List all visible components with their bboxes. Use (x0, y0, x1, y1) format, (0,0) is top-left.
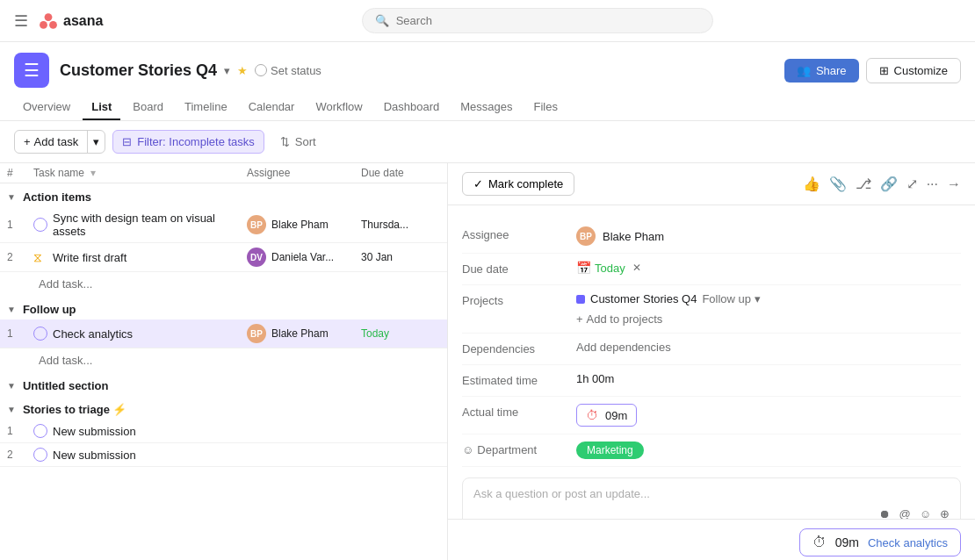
task-name: ⧖ Write first draft (33, 250, 247, 264)
more-options-icon[interactable]: ··· (927, 176, 938, 192)
tab-dashboard[interactable]: Dashboard (375, 95, 449, 120)
tab-files[interactable]: Files (525, 95, 567, 120)
add-task-main[interactable]: + Add task (15, 131, 87, 153)
task-num: 1 (7, 425, 33, 437)
circle-check-icon[interactable] (33, 424, 47, 438)
section-follow-up[interactable]: ▼ Follow up (0, 296, 447, 319)
due-date: Thursda... (361, 219, 440, 231)
table-row[interactable]: 1 Sync with design team on visual assets… (0, 207, 447, 243)
close-panel-icon[interactable]: → (947, 176, 961, 192)
estimated-time-text[interactable]: 1h 00m (576, 372, 614, 385)
due-date: Today (361, 327, 440, 340)
more-icon[interactable]: ⊕ (940, 507, 950, 519)
svg-point-1 (40, 21, 47, 29)
assignee-cell: BP Blake Pham (247, 324, 361, 343)
avatar: BP (247, 324, 266, 343)
project-section-badge[interactable]: Follow up ▾ (702, 292, 761, 305)
search-input[interactable] (396, 14, 700, 27)
star-icon[interactable]: ★ (237, 64, 248, 77)
hamburger-icon[interactable]: ☰ (14, 11, 28, 31)
customize-icon: ⊞ (879, 64, 889, 77)
expand-icon[interactable]: ⤢ (906, 176, 918, 192)
add-task-dropdown[interactable]: ▾ (87, 131, 105, 153)
dept-value: Marketing (576, 442, 961, 459)
comment-box[interactable]: Ask a question or post an update... ⏺ @ … (462, 477, 961, 519)
svg-point-0 (45, 13, 53, 21)
due-date-value: 📅 Today ✕ (576, 261, 961, 275)
link-icon[interactable]: 🔗 (880, 176, 898, 192)
circle-check-icon[interactable] (33, 448, 47, 462)
chevron-down-icon[interactable]: ▾ (224, 64, 230, 77)
set-status-button[interactable]: Set status (255, 64, 321, 77)
section-title-untitled: Untitled section (23, 379, 109, 392)
table-row[interactable]: 2 New submission (0, 443, 447, 467)
timer-bar-task-name[interactable]: Check analytics (868, 536, 948, 549)
task-num: 1 (7, 219, 33, 231)
tab-list[interactable]: List (83, 95, 120, 120)
sort-label: Sort (295, 135, 316, 148)
branch-icon[interactable]: ⎇ (856, 176, 871, 192)
hourglass-icon: ⧖ (33, 250, 47, 264)
add-task-inline-follow-up[interactable]: Add task... (0, 348, 447, 372)
col-num: # (7, 167, 33, 179)
dept-tag[interactable]: Marketing (576, 442, 644, 459)
timer-bar[interactable]: ⏱ 09m Check analytics (799, 528, 961, 556)
project-color-dot (576, 295, 585, 304)
project-tag[interactable]: Customer Stories Q4 Follow up ▾ (576, 292, 761, 305)
customize-button[interactable]: ⊞ Customize (866, 58, 961, 83)
table-row[interactable]: 1 Check analytics BP Blake Pham Today (0, 319, 447, 348)
table-row[interactable]: 1 New submission (0, 420, 447, 443)
asana-logo-text: asana (63, 13, 103, 29)
asana-logo: asana (39, 11, 103, 31)
avatar[interactable]: BP (576, 226, 596, 246)
mention-icon[interactable]: @ (899, 507, 911, 519)
add-to-projects-button[interactable]: + Add to projects (576, 312, 662, 326)
actual-time-value: ⏱ 09m (576, 404, 961, 427)
dependencies-label: Dependencies (462, 341, 576, 355)
actual-time-box[interactable]: ⏱ 09m (576, 404, 637, 427)
svg-point-2 (49, 21, 57, 29)
section-arrow-icon: ▼ (7, 381, 16, 391)
detail-dept-row: ☺ Department Marketing (462, 434, 961, 467)
emoji-icon[interactable]: ☺ (920, 507, 931, 519)
section-arrow-icon: ▼ (7, 192, 16, 202)
table-row[interactable]: 2 ⧖ Write first draft DV Daniela Var... … (0, 243, 447, 272)
clear-date-icon[interactable]: ✕ (632, 262, 641, 274)
search-icon: 🔍 (375, 14, 389, 27)
tab-timeline[interactable]: Timeline (176, 95, 236, 120)
thumbs-up-icon[interactable]: 👍 (803, 176, 820, 192)
task-list-panel: # Task name ▾ Assignee Due date ▼ Action… (0, 163, 448, 560)
record-icon[interactable]: ⏺ (879, 507, 891, 519)
circle-check-icon[interactable] (33, 218, 47, 232)
tab-calendar[interactable]: Calendar (240, 95, 304, 120)
tab-workflow[interactable]: Workflow (307, 95, 371, 120)
mark-complete-label: Mark complete (488, 177, 563, 190)
detail-actual-time-row: Actual time ⏱ 09m (462, 397, 961, 434)
circle-check-icon[interactable] (33, 327, 47, 341)
add-dependencies-button[interactable]: Add dependencies (576, 341, 671, 354)
add-task-label: Add task (34, 135, 79, 148)
filter-button[interactable]: ⊟ Filter: Incomplete tasks (112, 130, 264, 154)
tab-overview[interactable]: Overview (14, 95, 79, 120)
avatar: DV (247, 248, 266, 267)
task-name: Sync with design team on visual assets (33, 212, 247, 238)
today-badge[interactable]: 📅 Today (576, 261, 625, 275)
mark-complete-button[interactable]: ✓ Mark complete (462, 172, 574, 196)
task-num: 2 (7, 251, 33, 263)
section-untitled[interactable]: ▼ Untitled section (0, 372, 447, 396)
share-button[interactable]: 👥 Share (784, 59, 859, 83)
add-task-inline-action-items[interactable]: Add task... (0, 272, 447, 296)
section-stories-triage[interactable]: ▼ Stories to triage ⚡ (0, 396, 447, 420)
assignee-label: Assignee (462, 226, 576, 241)
section-action-items[interactable]: ▼ Action items (0, 183, 447, 207)
col-assignee: Assignee (247, 167, 361, 179)
comment-placeholder[interactable]: Ask a question or post an update... (473, 487, 650, 500)
tab-board[interactable]: Board (124, 95, 172, 120)
bottom-timer-bar: ⏱ 09m Check analytics (448, 519, 975, 560)
tab-messages[interactable]: Messages (451, 95, 521, 120)
attachment-icon[interactable]: 📎 (829, 176, 847, 192)
search-bar[interactable]: 🔍 (362, 8, 713, 33)
sort-button[interactable]: ⇅ Sort (271, 131, 325, 153)
add-task-button[interactable]: + Add task ▾ (14, 130, 105, 154)
task-name: New submission (33, 424, 247, 438)
